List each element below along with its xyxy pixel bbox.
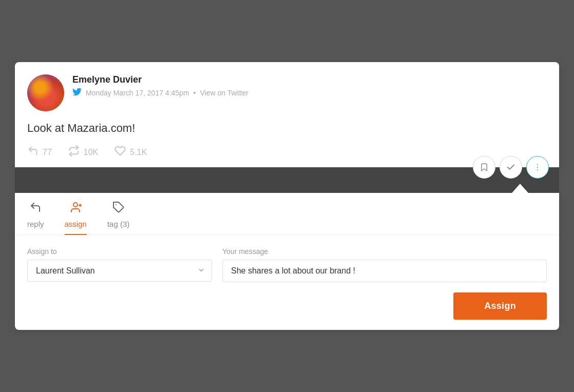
- tweet-header: Emelyne Duvier Monday March 17, 2017 4:4…: [27, 74, 547, 111]
- tab-assign-label: assign: [65, 220, 87, 228]
- avatar: [27, 74, 64, 111]
- tab-tag-label: tag (3): [107, 220, 129, 228]
- reply-stat: 77: [27, 145, 52, 159]
- tweet-content: Look at Mazaria.com!: [27, 122, 547, 135]
- tweet-card: Emelyne Duvier Monday March 17, 2017 4:4…: [15, 62, 559, 167]
- assign-to-label: Assign to: [27, 247, 212, 256]
- tag-tab-icon: [112, 201, 125, 217]
- tab-reply[interactable]: reply: [27, 193, 44, 234]
- assignee-select-wrapper: Laurent Sullivan Alice Martin Bob Chen S…: [27, 260, 212, 282]
- action-panel: reply assign tag (3) Assign to: [15, 193, 559, 330]
- like-stat: 5.1K: [114, 145, 147, 159]
- assignee-select[interactable]: Laurent Sullivan Alice Martin Bob Chen S…: [27, 260, 212, 282]
- assign-tab-icon: [69, 201, 82, 217]
- like-count: 5.1K: [130, 148, 147, 157]
- retweet-count: 10K: [84, 148, 98, 157]
- more-button[interactable]: [526, 156, 549, 179]
- view-on-twitter-link[interactable]: View on Twitter: [200, 89, 248, 97]
- svg-point-0: [537, 164, 538, 165]
- tweet-stats: 77 10K 5.1K: [27, 145, 547, 159]
- dot-separator: •: [194, 89, 196, 97]
- tab-reply-label: reply: [27, 220, 44, 228]
- form-footer: Assign: [27, 292, 547, 320]
- tabs-container: reply assign tag (3): [15, 193, 559, 235]
- check-button[interactable]: [500, 156, 522, 179]
- user-name: Emelyne Duvier: [72, 74, 248, 85]
- svg-point-3: [73, 203, 78, 207]
- tab-tag[interactable]: tag (3): [107, 193, 129, 234]
- message-group: Your message: [222, 247, 547, 282]
- reply-count: 77: [43, 148, 52, 157]
- assign-to-group: Assign to Laurent Sullivan Alice Martin …: [27, 247, 212, 282]
- retweet-stat: 10K: [68, 145, 98, 159]
- arrow-pointer: [512, 184, 528, 193]
- tweet-meta: Monday March 17, 2017 4:45pm • View on T…: [72, 87, 248, 99]
- form-row: Assign to Laurent Sullivan Alice Martin …: [27, 247, 547, 282]
- svg-point-2: [537, 169, 538, 170]
- bookmark-button[interactable]: [473, 156, 495, 179]
- tab-assign[interactable]: assign: [65, 193, 87, 234]
- tweet-actions: [473, 156, 549, 179]
- like-icon: [114, 145, 126, 159]
- message-input[interactable]: [222, 260, 547, 282]
- retweet-icon: [68, 145, 80, 159]
- reply-tab-icon: [29, 201, 42, 217]
- tweet-user-info: Emelyne Duvier Monday March 17, 2017 4:4…: [72, 74, 248, 99]
- assign-button[interactable]: Assign: [453, 292, 547, 320]
- form-area: Assign to Laurent Sullivan Alice Martin …: [15, 235, 559, 330]
- svg-point-1: [537, 167, 538, 168]
- message-label: Your message: [222, 247, 547, 256]
- tweet-date: Monday March 17, 2017 4:45pm: [86, 89, 189, 97]
- twitter-icon: [72, 87, 82, 99]
- reply-icon: [27, 145, 39, 159]
